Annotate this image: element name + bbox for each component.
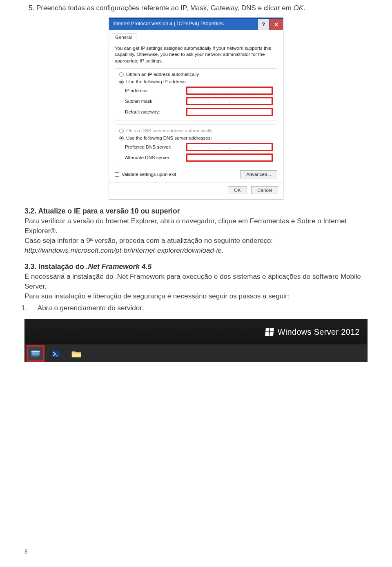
h33-pre: 3.3. Instalação do [24,262,86,271]
radio-use-ip[interactable] [119,80,124,84]
step5-ok: OK [294,4,304,12]
advanced-button[interactable]: Advanced... [240,170,277,178]
p33b: Para sua instalação e liberação de segur… [24,291,368,301]
p33a: É necessária a instalação do .Net Framew… [24,272,368,291]
cancel-button[interactable]: Cancel [251,186,278,194]
tab-general[interactable]: General [111,33,136,41]
tcpip-properties-dialog: Internet Protocol Version 4 (TCP/IPv4) P… [109,18,283,200]
step5-num: 5. [29,4,34,12]
alternate-dns-label: Alternate DNS server: [125,155,186,160]
p32a: Para verificar a versão do Internet Expl… [24,216,368,236]
h33-em: .Net Framework 4.5 [86,262,151,271]
svg-rect-5 [72,354,81,357]
radio-use-ip-label: Use the following IP address: [126,79,187,84]
server-desktop: Windows Server 2012 [25,319,367,345]
p33li1: 1. Abra o gerenciamento do servidor; [36,303,368,314]
p32b-dot: . [222,247,224,254]
p33li1-text: Abra o gerenciamento do servidor; [38,304,144,312]
svg-rect-1 [31,351,40,352]
alternate-dns-input[interactable]: ... [186,153,273,162]
svg-rect-2 [34,356,37,356]
p32b: Caso seja inferior a 9ª versão, proceda … [24,236,368,256]
ip-group: Obtain an IP address automatically Use t… [115,68,277,120]
h33: 3.3. Instalação do .Net Framework 4.5 [24,262,368,271]
subnet-mask-input[interactable]: ... [186,97,273,105]
ok-button[interactable]: OK [228,186,247,194]
radio-use-dns[interactable] [119,136,124,140]
server-manager-icon[interactable] [27,345,45,362]
radio-auto-ip-label: Obtain an IP address automatically [126,72,199,77]
file-explorer-icon[interactable] [67,345,85,362]
step5: 5. Preencha todas as configurações refer… [36,3,368,13]
windows-logo-icon [265,328,274,336]
server-screenshot: Windows Server 2012 [24,319,368,362]
radio-auto-dns-label: Obtain DNS server address automatically [126,128,212,133]
validate-checkbox[interactable] [115,172,119,177]
p32b-text: Caso seja inferior a 9ª versão, proceda … [24,237,273,245]
dialog-titlebar: Internet Protocol Version 4 (TCP/IPv4) P… [109,19,283,30]
powershell-icon[interactable] [47,345,65,362]
ip-address-input[interactable]: ... [186,87,273,95]
dns-group: Obtain DNS server address automatically … [115,125,277,166]
radio-use-dns-label: Use the following DNS server addresses: [126,136,212,140]
p33li1-num: 1. [29,303,36,314]
default-gateway-input[interactable]: ... [186,108,273,116]
svg-rect-3 [33,356,38,357]
default-gateway-label: Default gateway: [125,109,186,114]
page-number: 8 [24,548,28,555]
subnet-mask-label: Subnet mask: [125,99,186,104]
step5-text: Preencha todas as configurações referent… [36,4,294,12]
p32b-url: http://windows.microsoft.com/pt-br/inter… [24,247,222,254]
radio-auto-ip[interactable] [119,72,124,77]
server-brand: Windows Server 2012 [278,327,360,337]
h32: 3.2. Atualize o IE para a versão 10 ou s… [24,207,368,216]
radio-auto-dns[interactable] [119,129,124,133]
taskbar [25,345,367,362]
help-button[interactable]: ? [258,19,269,30]
preferred-dns-label: Preferred DNS server: [125,145,186,149]
close-button[interactable]: × [269,19,283,30]
tabstrip: General [109,30,283,41]
dialog-title: Internet Protocol Version 4 (TCP/IPv4) P… [109,19,258,30]
ip-address-label: IP address: [125,88,186,93]
validate-label: Validate settings upon exit [122,172,176,177]
dialog-hint: You can get IP settings assigned automat… [115,45,277,64]
step5-dot: . [303,4,305,12]
preferred-dns-input[interactable]: ... [186,143,273,151]
